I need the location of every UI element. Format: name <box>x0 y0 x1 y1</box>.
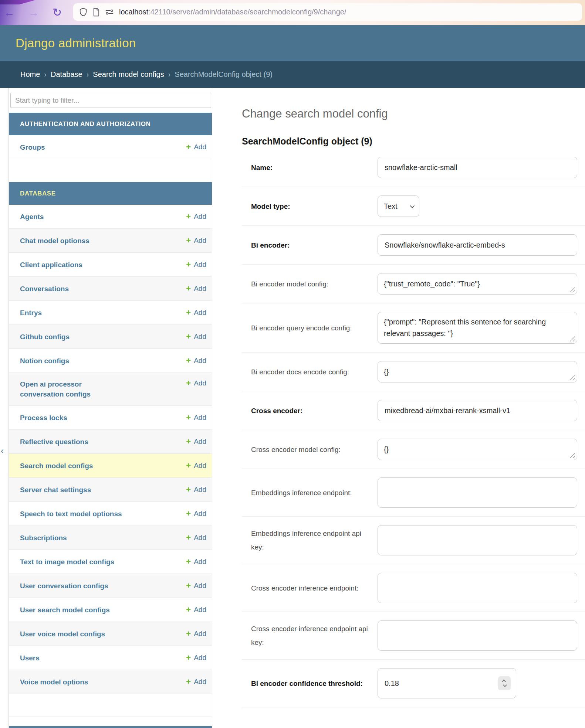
browser-back-button[interactable]: ← <box>4 7 15 18</box>
sidebar-item-user-search-model-configs[interactable]: User search model configs+Add <box>9 598 212 622</box>
breadcrumb-link-home[interactable]: Home <box>20 70 40 79</box>
add-link[interactable]: +Add <box>186 534 206 542</box>
site-permissions-icon[interactable] <box>105 9 114 15</box>
site-title[interactable]: Django administration <box>16 36 136 50</box>
sidebar-item-user-voice-model-configs[interactable]: User voice model configs+Add <box>9 622 212 646</box>
text-input[interactable] <box>378 525 577 555</box>
add-link[interactable]: +Add <box>186 333 206 341</box>
sidebar-item-link[interactable]: Open ai processor conversation configs <box>20 379 107 399</box>
breadcrumb-link-search-model-configs[interactable]: Search model configs <box>93 70 164 79</box>
textarea-input[interactable]: {"trust_remote_code": "True"} <box>378 273 577 295</box>
add-link[interactable]: +Add <box>186 558 206 566</box>
sidebar-item-github-configs[interactable]: Github configs+Add <box>9 325 212 349</box>
sidebar-item-link[interactable]: Users <box>20 653 40 663</box>
add-link[interactable]: +Add <box>186 486 206 494</box>
text-input[interactable] <box>378 620 577 651</box>
text-input[interactable]: mixedbread-ai/mxbai-rerank-xsmall-v1 <box>378 400 577 421</box>
url-text[interactable]: localhost:42110/server/admin/database/se… <box>119 8 346 16</box>
sidebar-item-link[interactable]: Subscriptions <box>20 533 67 543</box>
plus-icon: + <box>186 534 191 542</box>
add-link[interactable]: +Add <box>186 261 206 269</box>
sidebar-item-link[interactable]: Conversations <box>20 284 69 294</box>
sidebar-filter-input[interactable] <box>10 93 211 108</box>
sidebar-item-voice-model-options[interactable]: Voice model options+Add <box>9 670 212 694</box>
shield-icon[interactable] <box>79 7 87 17</box>
sidebar-item-link[interactable]: Chat model optionss <box>20 236 89 246</box>
browser-forward-button[interactable]: → <box>28 7 39 18</box>
sidebar-item-open-ai-processor-conversation-configs[interactable]: Open ai processor conversation configs+A… <box>9 373 212 406</box>
sidebar-item-link[interactable]: Github configs <box>20 332 70 342</box>
add-link[interactable]: +Add <box>186 237 206 245</box>
sidebar-item-chat-model-optionss[interactable]: Chat model optionss+Add <box>9 229 212 253</box>
add-link[interactable]: +Add <box>186 678 206 686</box>
sidebar-item-link[interactable]: Speech to text model optionss <box>20 509 122 519</box>
sidebar-item-conversations[interactable]: Conversations+Add <box>9 277 212 301</box>
add-link[interactable]: +Add <box>186 654 206 662</box>
sidebar-item-link[interactable]: User conversation configs <box>20 581 108 591</box>
add-link[interactable]: +Add <box>186 379 206 387</box>
text-input[interactable]: Snowflake/snowflake-arctic-embed-s <box>378 234 577 256</box>
add-link[interactable]: +Add <box>186 462 206 470</box>
add-link[interactable]: +Add <box>186 582 206 590</box>
sidebar-item-link[interactable]: Server chat settingss <box>20 485 91 495</box>
sidebar-item-agents[interactable]: Agents+Add <box>9 205 212 229</box>
sidebar-item-link[interactable]: Text to image model configs <box>20 557 114 567</box>
field-label: Bi encoder query encode config: <box>251 321 373 335</box>
sidebar-item-speech-to-text-model-optionss[interactable]: Speech to text model optionss+Add <box>9 502 212 526</box>
field-label: Cross encoder inference endpoint api key… <box>251 622 373 649</box>
sidebar-item-link[interactable]: Notion configs <box>20 356 69 366</box>
sidebar-spacer-row <box>9 159 212 182</box>
text-input[interactable] <box>378 573 577 603</box>
field-label: Cross encoder inference endpoint: <box>251 581 373 595</box>
add-link[interactable]: +Add <box>186 630 206 638</box>
number-input[interactable]: 0.18 <box>378 668 516 698</box>
sidebar-item-link[interactable]: Agents <box>20 212 44 222</box>
add-link[interactable]: +Add <box>186 285 206 293</box>
sidebar-item-link[interactable]: Entrys <box>20 308 42 318</box>
sidebar-item-link[interactable]: User search model configs <box>20 605 110 615</box>
sidebar-item-link[interactable]: Search model configs <box>20 461 93 471</box>
breadcrumb-link-database[interactable]: Database <box>51 70 82 79</box>
sidebar-item-subscriptions[interactable]: Subscriptions+Add <box>9 526 212 550</box>
add-link[interactable]: +Add <box>186 438 206 446</box>
textarea-input[interactable]: {"prompt": "Represent this sentence for … <box>378 312 577 344</box>
form-row-cross-encoder: Cross encoder:mixedbread-ai/mxbai-rerank… <box>242 391 585 430</box>
sidebar-item-link[interactable]: User voice model configs <box>20 629 105 639</box>
sidebar-item-search-model-configs[interactable]: Search model configs+Add <box>9 454 212 478</box>
add-link[interactable]: +Add <box>186 212 206 221</box>
sidebar-item-link[interactable]: Client applications <box>20 260 82 270</box>
add-link[interactable]: +Add <box>186 414 206 422</box>
textarea-input[interactable]: {} <box>378 439 577 460</box>
add-link[interactable]: +Add <box>186 606 206 614</box>
sidebar-item-reflective-questions[interactable]: Reflective questions+Add <box>9 430 212 454</box>
textarea-value: {"prompt": "Represent this sentence for … <box>384 316 560 339</box>
sidebar-item-users[interactable]: Users+Add <box>9 646 212 670</box>
sidebar-item-client-applications[interactable]: Client applications+Add <box>9 253 212 277</box>
url-bar[interactable]: localhost:42110/server/admin/database/se… <box>73 3 582 21</box>
model-type-select[interactable]: Text <box>378 195 419 217</box>
add-label: Add <box>194 379 206 387</box>
sidebar-collapse-toggle-icon[interactable]: ‹ <box>1 446 4 456</box>
text-input[interactable] <box>378 477 577 508</box>
text-input[interactable]: snowflake-arctic-small <box>378 157 577 178</box>
sidebar-item-groups[interactable]: Groups+Add <box>9 135 212 159</box>
add-link[interactable]: +Add <box>186 510 206 518</box>
sidebar-item-server-chat-settingss[interactable]: Server chat settingss+Add <box>9 478 212 502</box>
sidebar-item-text-to-image-model-configs[interactable]: Text to image model configs+Add <box>9 550 212 574</box>
page-icon[interactable] <box>93 8 100 17</box>
number-stepper[interactable] <box>498 676 511 690</box>
browser-reload-button[interactable]: ↻ <box>53 7 62 18</box>
sidebar-item-link[interactable]: Voice model options <box>20 677 88 687</box>
sidebar-item-entrys[interactable]: Entrys+Add <box>9 301 212 325</box>
add-link[interactable]: +Add <box>186 143 206 151</box>
textarea-input[interactable]: {} <box>378 361 577 382</box>
sidebar-item-process-locks[interactable]: Process locks+Add <box>9 406 212 430</box>
sidebar-item-notion-configs[interactable]: Notion configs+Add <box>9 349 212 373</box>
sidebar-item-user-conversation-configs[interactable]: User conversation configs+Add <box>9 574 212 598</box>
add-link[interactable]: +Add <box>186 309 206 317</box>
sidebar-item-link[interactable]: Groups <box>20 142 45 152</box>
resize-handle-icon <box>569 375 575 380</box>
sidebar-item-link[interactable]: Reflective questions <box>20 437 88 447</box>
add-link[interactable]: +Add <box>186 357 206 365</box>
sidebar-item-link[interactable]: Process locks <box>20 413 67 423</box>
